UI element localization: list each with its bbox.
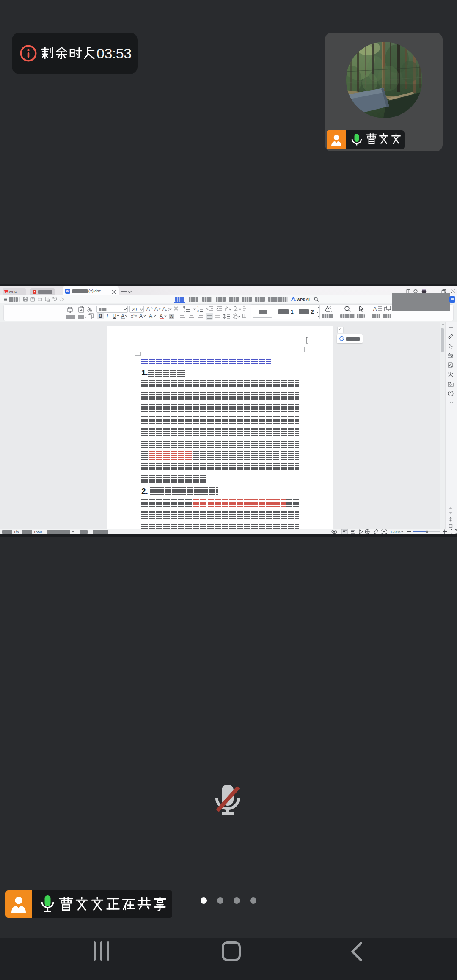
svg-text:U: U (113, 313, 116, 319)
svg-text:A: A (373, 306, 377, 312)
svg-text:A: A (121, 313, 124, 319)
svg-text:˅: ˅ (159, 307, 161, 311)
svg-text:2: 2 (133, 313, 135, 317)
svg-text:I: I (107, 313, 108, 319)
svg-text:A: A (146, 306, 150, 312)
svg-text:˄: ˄ (151, 306, 153, 310)
svg-text:A: A (149, 313, 152, 319)
svg-text:A: A (162, 306, 166, 312)
svg-text:B: B (99, 313, 102, 319)
svg-text:A: A (160, 313, 163, 319)
svg-text:120%: 120% (390, 529, 401, 534)
svg-text:A: A (170, 314, 173, 319)
svg-text:A: A (154, 306, 158, 312)
svg-text:1: 1 (197, 306, 199, 309)
svg-text:3: 3 (197, 309, 199, 312)
svg-text:A: A (139, 313, 143, 319)
